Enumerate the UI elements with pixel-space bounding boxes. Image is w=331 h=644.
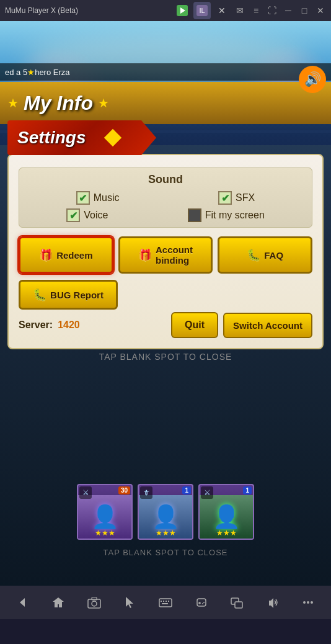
hero-card-0[interactable]: 👤 30 ⚔ ★★★ <box>77 484 133 540</box>
server-number: 1420 <box>58 320 166 331</box>
tab-close[interactable]: ✕ <box>213 2 231 19</box>
my-info-title: My Info <box>24 92 93 115</box>
svg-point-19 <box>307 601 309 604</box>
nav-back[interactable] <box>11 590 35 615</box>
sound-row-top: ✔ Music ✔ SFX <box>27 191 304 205</box>
hero-card-1[interactable]: 👤 1 🗡 ★★★ <box>138 484 193 540</box>
fitscreen-checkbox-item[interactable]: Fit my screen <box>188 208 265 222</box>
nav-camera[interactable] <box>82 590 107 615</box>
tap-close-text: TAP BLANK SPOT TO CLOSE <box>7 352 324 362</box>
svg-rect-11 <box>166 601 167 602</box>
nav-home[interactable] <box>46 590 71 615</box>
svg-rect-9 <box>161 601 162 602</box>
minimize-icon[interactable]: ─ <box>283 6 294 16</box>
faq-icon: 🐛 <box>247 248 260 262</box>
game-area: ed a 5★hero Erza 🔊 ★ My Info ★ Settings … <box>0 21 331 619</box>
close-icon[interactable]: ✕ <box>315 6 326 16</box>
expand-icon[interactable]: ⛶ <box>267 6 278 16</box>
svg-rect-12 <box>168 601 169 602</box>
svg-rect-13 <box>162 603 168 604</box>
hero-cards-row: 👤 30 ⚔ ★★★ 👤 1 🗡 ★★★ 👤 1 ⚔ ★★★ <box>0 479 331 545</box>
faq-button[interactable]: 🐛 FAQ <box>218 236 312 274</box>
hero-badge-0: 30 <box>118 486 130 494</box>
sfx-check-icon: ✔ <box>221 192 229 204</box>
voice-checkbox[interactable]: ✔ <box>66 208 80 222</box>
redeem-label: Redeem <box>56 250 92 261</box>
fitscreen-label: Fit my screen <box>205 210 265 221</box>
svg-rect-17 <box>235 602 242 608</box>
sfx-checkbox[interactable]: ✔ <box>218 191 232 205</box>
sound-button[interactable]: 🔊 <box>299 66 326 93</box>
tab-bar: IL ✕ <box>174 2 231 19</box>
hero-stars-2: ★★★ <box>200 529 253 537</box>
tap-close-text-2: TAP BLANK SPOT TO CLOSE <box>0 548 331 557</box>
server-label: Server: <box>19 320 53 331</box>
hero-badge-1: 1 <box>182 486 191 494</box>
fitscreen-checkbox[interactable] <box>188 208 201 222</box>
quit-label: Quit <box>185 320 205 330</box>
sfx-checkbox-item[interactable]: ✔ SFX <box>218 191 255 205</box>
faq-label: FAQ <box>264 250 283 261</box>
svg-point-15 <box>202 603 203 604</box>
voice-label: Voice <box>84 210 108 221</box>
svg-point-18 <box>303 601 306 604</box>
hero-stars-1: ★★★ <box>139 529 192 537</box>
switch-account-button[interactable]: Switch Account <box>223 313 312 338</box>
svg-rect-7 <box>92 597 97 600</box>
hero-element-icon-2: ⚔ <box>201 486 213 499</box>
server-row: Server: 1420 Quit Switch Account <box>19 312 312 338</box>
quit-button[interactable]: Quit <box>171 312 218 338</box>
settings-title: Settings <box>17 128 86 148</box>
tab-active[interactable]: IL <box>193 2 211 19</box>
star-decoration-left: ★ <box>7 96 19 110</box>
bug-report-button[interactable]: 🐛 BUG Report <box>19 280 118 310</box>
svg-rect-5 <box>88 599 100 608</box>
music-checkbox-item[interactable]: ✔ Music <box>76 191 120 205</box>
email-icon[interactable]: ✉ <box>234 6 245 16</box>
account-binding-button[interactable]: 🎁 Accountbinding <box>118 236 213 274</box>
action-buttons-grid: 🎁 Redeem 🎁 Accountbinding 🐛 FAQ <box>19 236 312 274</box>
nav-volume[interactable] <box>260 590 285 615</box>
star-decoration-right: ★ <box>98 96 109 110</box>
svg-rect-10 <box>163 601 164 602</box>
nav-cursor[interactable] <box>117 590 142 615</box>
hero-stars-0: ★★★ <box>78 529 131 537</box>
hero-element-icon-0: ⚔ <box>79 486 92 499</box>
account-binding-label: Accountbinding <box>156 244 193 266</box>
music-check-icon: ✔ <box>79 192 87 204</box>
svg-point-20 <box>311 601 313 604</box>
switch-account-label: Switch Account <box>233 320 302 331</box>
hero-art-char-0: 👤 <box>91 504 119 530</box>
hero-element-icon-1: 🗡 <box>140 486 152 499</box>
nav-more[interactable] <box>296 590 320 615</box>
nav-gamepad[interactable] <box>189 590 214 615</box>
settings-dialog: Settings Sound ✔ Music ✔ <box>7 120 324 362</box>
bug-report-label: BUG Report <box>50 290 104 300</box>
nav-window[interactable] <box>224 590 249 615</box>
bottom-nav <box>0 586 331 619</box>
settings-banner: Settings <box>7 120 156 155</box>
hero-art-char-1: 👤 <box>152 504 180 530</box>
sound-icon: 🔊 <box>304 71 321 87</box>
voice-check-icon: ✔ <box>69 210 77 221</box>
nav-keyboard[interactable] <box>153 590 178 615</box>
sound-section-label: Sound <box>27 173 304 186</box>
voice-checkbox-item[interactable]: ✔ Voice <box>66 208 108 222</box>
ticker-star: ★ <box>27 68 35 77</box>
svg-text:IL: IL <box>199 7 205 14</box>
music-checkbox[interactable]: ✔ <box>76 191 90 205</box>
maximize-icon[interactable]: □ <box>299 6 310 16</box>
title-bar: MuMu Player X (Beta) IL ✕ ✉ ≡ ⛶ ─ □ ✕ <box>0 0 331 21</box>
sfx-label: SFX <box>236 192 255 203</box>
title-bar-text: MuMu Player X (Beta) <box>5 6 170 15</box>
menu-icon[interactable]: ≡ <box>250 6 262 16</box>
account-binding-icon: 🎁 <box>138 248 152 262</box>
bug-report-row: 🐛 BUG Report <box>19 280 312 310</box>
redeem-button[interactable]: 🎁 Redeem <box>19 236 113 274</box>
title-bar-controls: ✉ ≡ ⛶ ─ □ ✕ <box>234 6 326 16</box>
tab-play[interactable] <box>174 2 191 19</box>
hero-badge-2: 1 <box>243 486 252 494</box>
settings-box: Sound ✔ Music ✔ SFX <box>7 154 324 349</box>
hero-card-2[interactable]: 👤 1 ⚔ ★★★ <box>198 484 254 540</box>
bug-report-icon: 🐛 <box>33 288 46 302</box>
